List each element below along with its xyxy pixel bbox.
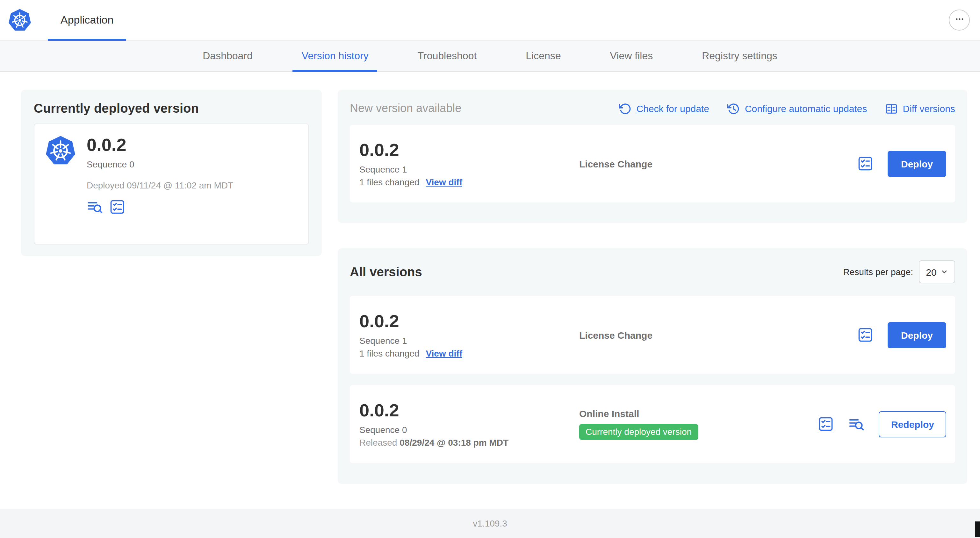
released-prefix: Released [360, 437, 397, 448]
configure-automatic-updates-link[interactable]: Configure automatic updates [727, 102, 867, 115]
version-info: 0.0.2 Sequence 1 1 files changed View di… [360, 140, 579, 187]
tab-troubleshoot[interactable]: Troubleshoot [409, 41, 486, 71]
version-row: 0.0.2 Sequence 1 1 files changed View di… [350, 296, 955, 374]
all-versions-header: All versions Results per page: 20 [350, 260, 955, 283]
history-clock-icon [727, 102, 740, 115]
release-notes-checklist-icon[interactable] [818, 416, 834, 432]
results-per-page: Results per page: 20 [843, 260, 955, 283]
files-changed-row: 1 files changed View diff [360, 177, 579, 187]
tab-registry-settings-label: Registry settings [702, 50, 777, 62]
tab-dashboard[interactable]: Dashboard [194, 41, 262, 71]
refresh-icon [618, 102, 631, 115]
version-actions: Check for update Configure automatic up [618, 102, 955, 115]
ellipsis-icon [953, 13, 965, 27]
app-tab[interactable]: Application [48, 0, 126, 40]
version-info: 0.0.2 Sequence 1 1 files changed View di… [360, 311, 579, 359]
more-options-button[interactable] [949, 10, 970, 30]
redeploy-button[interactable]: Redeploy [879, 411, 946, 437]
results-per-page-select[interactable]: 20 [919, 260, 955, 283]
tab-view-files-label: View files [610, 50, 653, 62]
source-label: License Change [579, 158, 857, 169]
diff-versions-label: Diff versions [902, 103, 955, 114]
results-per-page-value: 20 [926, 267, 936, 277]
currently-deployed-panel: Currently deployed version [21, 90, 322, 256]
source-label: Online Install [579, 408, 818, 419]
check-for-update-link[interactable]: Check for update [618, 102, 709, 115]
tab-dashboard-label: Dashboard [203, 50, 253, 62]
new-version-title: New version available [350, 102, 461, 115]
release-notes-checklist-icon[interactable] [857, 156, 873, 172]
version-history-content: Currently deployed version [0, 72, 980, 484]
app-subnav: Dashboard Version history Troubleshoot L… [0, 41, 980, 72]
tab-license-label: License [526, 50, 561, 62]
deployed-sequence: Sequence 0 [87, 159, 233, 169]
deploy-button[interactable]: Deploy [888, 151, 946, 177]
deployed-version-number: 0.0.2 [87, 135, 233, 156]
deploy-button[interactable]: Deploy [888, 322, 946, 348]
release-notes-checklist-icon[interactable] [109, 198, 126, 215]
version-sequence: Sequence 1 [360, 164, 579, 175]
release-notes-checklist-icon[interactable] [857, 327, 873, 343]
version-list: 0.0.2 Sequence 1 1 files changed View di… [350, 296, 955, 463]
view-logs-icon[interactable] [87, 198, 103, 215]
view-diff-link[interactable]: View diff [426, 348, 462, 359]
version-row: 0.0.2 Sequence 0 Released08/29/24 @ 03:1… [350, 385, 955, 463]
version-source: License Change [579, 158, 857, 169]
tab-active-underline [293, 70, 377, 72]
version-source: License Change [579, 330, 857, 340]
admin-console-page: Application Dashboard Version history Tr… [0, 0, 980, 538]
tab-license[interactable]: License [517, 41, 570, 71]
view-logs-icon[interactable] [848, 416, 865, 432]
kubernetes-logo [45, 135, 76, 233]
diff-versions-link[interactable]: Diff versions [885, 102, 955, 115]
app-tab-label: Application [60, 14, 113, 26]
new-version-row: 0.0.2 Sequence 1 1 files changed View di… [350, 125, 955, 203]
version-number: 0.0.2 [360, 140, 579, 160]
currently-deployed-badge: Currently deployed version [579, 424, 698, 440]
currently-deployed-title: Currently deployed version [34, 101, 309, 116]
tab-troubleshoot-label: Troubleshoot [418, 50, 477, 62]
new-version-panel: New version available Check for update [338, 90, 967, 223]
app-tab-active-underline [48, 38, 126, 40]
check-for-update-label: Check for update [636, 103, 709, 114]
diff-table-icon [885, 102, 897, 115]
all-versions-title: All versions [350, 265, 422, 279]
currently-deployed-card: 0.0.2 Sequence 0 Deployed 09/11/24 @ 11:… [34, 124, 309, 244]
version-info: 0.0.2 Sequence 0 Released08/29/24 @ 03:1… [360, 400, 579, 448]
tab-view-files[interactable]: View files [601, 41, 662, 71]
version-sequence: Sequence 1 [360, 335, 579, 346]
configure-automatic-updates-label: Configure automatic updates [745, 103, 867, 114]
version-row-actions: Deploy [857, 322, 946, 348]
topbar: Application [0, 0, 980, 41]
console-footer: v1.109.3 [0, 509, 980, 538]
new-version-header: New version available Check for update [350, 102, 955, 115]
source-label: License Change [579, 330, 857, 340]
deployed-timestamp: Deployed 09/11/24 @ 11:02 am MDT [87, 180, 233, 190]
right-column: New version available Check for update [338, 90, 967, 484]
deployed-version-info: 0.0.2 Sequence 0 Deployed 09/11/24 @ 11:… [87, 135, 233, 233]
kubernetes-logo [8, 8, 32, 32]
tab-version-history[interactable]: Version history [293, 41, 377, 71]
tab-registry-settings[interactable]: Registry settings [693, 41, 786, 71]
console-version: v1.109.3 [473, 518, 507, 528]
released-timestamp: Released08/29/24 @ 03:18 pm MDT [360, 437, 579, 448]
version-number: 0.0.2 [360, 400, 579, 421]
version-sequence: Sequence 0 [360, 425, 579, 435]
view-diff-link[interactable]: View diff [426, 177, 462, 187]
version-row-actions: Deploy [857, 151, 946, 177]
tab-version-history-label: Version history [302, 50, 369, 62]
released-date: 08/29/24 @ 03:18 pm MDT [399, 437, 509, 448]
version-row-actions: Redeploy [818, 411, 946, 437]
files-changed-label: 1 files changed [360, 177, 419, 187]
chevron-down-icon [940, 268, 948, 276]
version-number: 0.0.2 [360, 311, 579, 332]
scrollbar-artifact [975, 521, 980, 537]
version-source: Online Install Currently deployed versio… [579, 408, 818, 440]
results-per-page-label: Results per page: [843, 267, 913, 277]
deployed-actions [87, 198, 233, 215]
all-versions-panel: All versions Results per page: 20 [338, 248, 967, 484]
files-changed-label: 1 files changed [360, 348, 419, 359]
files-changed-row: 1 files changed View diff [360, 348, 579, 359]
